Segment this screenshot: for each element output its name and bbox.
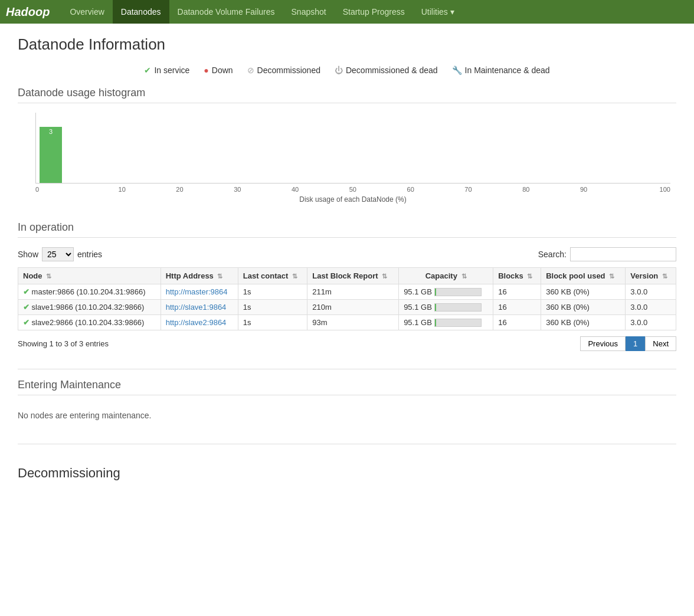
cell-http-1: http://slave1:9864 (161, 300, 238, 315)
cell-last-block-report-1: 210m (307, 300, 399, 315)
navbar: Hadoop Overview Datanodes Datanode Volum… (0, 0, 694, 24)
x-tick-60: 60 (382, 186, 440, 193)
legend-decommissioned-label: Decommissioned (257, 65, 320, 75)
search-box: Search: (538, 247, 676, 261)
capacity-bar-inner (435, 319, 436, 326)
cell-capacity-2: 95.1 GB (399, 315, 493, 330)
show-label: Show (18, 250, 38, 259)
cell-node-0: ✔ master:9866 (10.10.204.31:9866) (18, 284, 161, 300)
nav-datanodes[interactable]: Datanodes (113, 0, 169, 24)
nav-snapshot[interactable]: Snapshot (283, 0, 335, 24)
cell-version-1: 3.0.0 (626, 300, 676, 315)
no-nodes-text: No nodes are entering maintenance. (18, 405, 676, 426)
nav-utilities[interactable]: Utilities ▾ (413, 0, 463, 24)
col-blocks[interactable]: Blocks ⇅ (493, 268, 541, 284)
x-axis-label: Disk usage of each DataNode (%) (35, 195, 670, 204)
cell-last-contact-1: 1s (238, 300, 307, 315)
cell-node-2: ✔ slave2:9866 (10.10.204.33:9866) (18, 315, 161, 330)
table-row: ✔ slave2:9866 (10.10.204.33:9866)http://… (18, 315, 676, 330)
x-axis-ticks: 0 10 20 30 40 50 60 70 80 90 100 (35, 186, 670, 193)
capacity-bar-inner (435, 304, 436, 311)
cell-blocks-1: 16 (493, 300, 541, 315)
legend-down: ● Down (204, 65, 233, 75)
legend-in-service-label: In service (154, 65, 189, 75)
cell-node-1: ✔ slave1:9866 (10.10.204.32:9866) (18, 300, 161, 315)
node-check-icon: ✔ (23, 287, 30, 296)
next-button[interactable]: Next (645, 336, 676, 351)
page-content: Datanode Information ✔ In service ● Down… (0, 24, 694, 510)
entries-select[interactable]: 25 10 50 100 (42, 247, 74, 261)
cell-block-pool-used-1: 360 KB (0%) (541, 300, 626, 315)
cell-blocks-0: 16 (493, 284, 541, 300)
showing-text: Showing 1 to 3 of 3 entries (18, 339, 109, 348)
cell-http-0: http://master:9864 (161, 284, 238, 300)
col-last-contact[interactable]: Last contact ⇅ (238, 268, 307, 284)
histogram-title: Datanode usage histogram (18, 87, 676, 103)
legend-decommissioned-dead: ⏻ Decommissioned & dead (335, 65, 438, 75)
page-1-button[interactable]: 1 (626, 336, 645, 351)
legend-maintenance-dead-label: In Maintenance & dead (465, 65, 550, 75)
x-tick-0: 0 (35, 186, 93, 193)
check-icon: ✔ (144, 65, 151, 75)
capacity-bar-outer (434, 288, 482, 296)
nav-overview[interactable]: Overview (61, 0, 112, 24)
maintenance-section: Entering Maintenance No nodes are enteri… (18, 369, 676, 426)
node-check-icon: ✔ (23, 303, 30, 312)
cell-capacity-1: 95.1 GB (399, 300, 493, 315)
table-row: ✔ slave1:9866 (10.10.204.32:9866)http://… (18, 300, 676, 315)
pagination-row: Showing 1 to 3 of 3 entries Previous 1 N… (18, 336, 676, 351)
col-capacity[interactable]: Capacity ⇅ (399, 268, 493, 284)
previous-button[interactable]: Previous (580, 336, 626, 351)
cell-version-2: 3.0.0 (626, 315, 676, 330)
capacity-value: 95.1 GB (404, 318, 432, 327)
x-tick-70: 70 (440, 186, 497, 193)
x-tick-50: 50 (324, 186, 382, 193)
x-tick-90: 90 (555, 186, 613, 193)
x-tick-10: 10 (93, 186, 151, 193)
operation-section: In operation Show 25 10 50 100 entries S… (18, 221, 676, 351)
capacity-value: 95.1 GB (404, 287, 432, 296)
pagination-buttons: Previous 1 Next (580, 336, 676, 351)
capacity-bar-container: 95.1 GB (404, 318, 488, 327)
legend-decommissioned-dead-label: Decommissioned & dead (346, 65, 438, 75)
cell-last-contact-2: 1s (238, 315, 307, 330)
decommissioning-title: Decommissioning (18, 454, 676, 481)
col-http-address[interactable]: Http Address ⇅ (161, 268, 238, 284)
capacity-bar-outer (434, 303, 482, 312)
cell-last-block-report-0: 211m (307, 284, 399, 300)
nav-startup-progress[interactable]: Startup Progress (335, 0, 413, 24)
col-node[interactable]: Node ⇅ (18, 268, 161, 284)
search-label: Search: (538, 250, 567, 259)
capacity-bar-outer (434, 319, 482, 327)
datanodes-table: Node ⇅ Http Address ⇅ Last contact ⇅ Las… (18, 267, 676, 330)
histogram-chart: 3 (35, 113, 670, 184)
decommissioning-section: Decommissioning (18, 444, 676, 481)
entries-label: entries (77, 250, 102, 259)
cell-version-0: 3.0.0 (626, 284, 676, 300)
x-tick-20: 20 (151, 186, 209, 193)
node-check-icon: ✔ (23, 318, 30, 327)
search-input[interactable] (570, 247, 676, 261)
bar-fill: 3 (40, 127, 62, 183)
circle-icon: ● (204, 65, 208, 75)
histogram-bar-0: 3 (36, 113, 66, 183)
maintenance-title: Entering Maintenance (18, 379, 676, 395)
show-entries: Show 25 10 50 100 entries (18, 247, 102, 261)
cell-capacity-0: 95.1 GB (399, 284, 493, 300)
cell-http-2: http://slave2:9864 (161, 315, 238, 330)
col-version[interactable]: Version ⇅ (626, 268, 676, 284)
wrench-icon: 🔧 (452, 65, 462, 75)
decommission-icon: ⊘ (247, 65, 254, 75)
nav-datanode-volume-failures[interactable]: Datanode Volume Failures (169, 0, 283, 24)
brand-logo: Hadoop (6, 5, 50, 19)
capacity-bar-inner (435, 289, 436, 296)
legend-in-service: ✔ In service (144, 65, 189, 75)
col-last-block-report[interactable]: Last Block Report ⇅ (307, 268, 399, 284)
col-block-pool-used[interactable]: Block pool used ⇅ (541, 268, 626, 284)
http-link-1[interactable]: http://slave1:9864 (166, 303, 227, 312)
x-tick-80: 80 (497, 186, 555, 193)
http-link-2[interactable]: http://slave2:9864 (166, 318, 227, 327)
divider-2 (18, 444, 676, 444)
http-link-0[interactable]: http://master:9864 (166, 287, 228, 296)
table-controls: Show 25 10 50 100 entries Search: (18, 247, 676, 261)
